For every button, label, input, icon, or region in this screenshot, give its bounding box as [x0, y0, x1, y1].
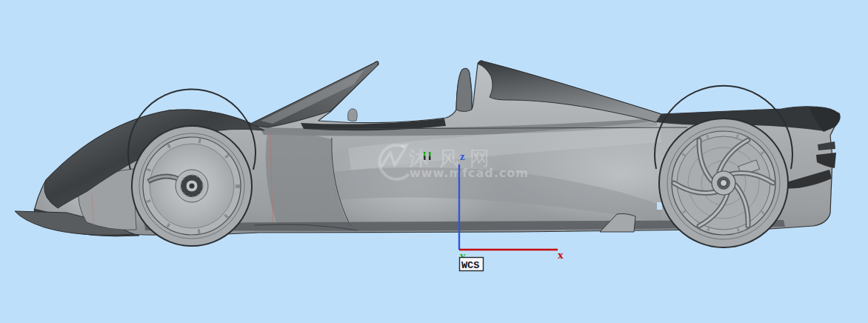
rear-wheel[interactable]	[659, 119, 788, 247]
rear-hub-cap	[721, 180, 727, 187]
roll-hoop-fin	[456, 68, 472, 111]
wcs-z-label: z	[460, 150, 465, 162]
front-hub-center	[190, 184, 195, 189]
front-wheel[interactable]	[132, 126, 252, 246]
wcs-label-box[interactable]: WCS	[460, 258, 484, 271]
cad-viewport[interactable]: 沐风网 www.mfcad.com z x y WCS	[0, 0, 868, 323]
side-mirror	[348, 109, 358, 121]
watermark-url: www.mfcad.com	[410, 166, 529, 180]
arch-gap-notch	[657, 202, 662, 210]
wcs-x-label: x	[558, 249, 564, 261]
wcs-label-text: WCS	[461, 260, 479, 271]
